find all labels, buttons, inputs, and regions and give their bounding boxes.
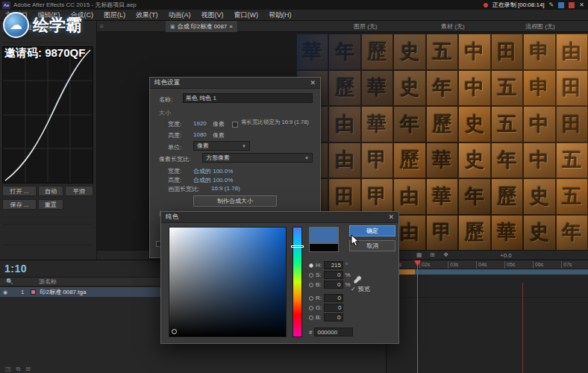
close-window-icon[interactable]: ✕ — [579, 1, 584, 9]
wood-block: 中 — [458, 34, 490, 70]
height-value[interactable]: 1080 — [193, 131, 207, 138]
dialog-close-icon[interactable]: ✕ — [310, 80, 316, 87]
blue-label: B: — [316, 314, 322, 321]
green-radio[interactable] — [309, 306, 313, 310]
width-unit: 像素 — [213, 120, 225, 128]
composition-marker-line — [522, 283, 523, 373]
comp-width-label: 宽度: — [168, 167, 181, 175]
tab-footage[interactable]: 素材 (无) — [437, 21, 469, 32]
menu-effect[interactable]: 效果(T) — [131, 10, 163, 20]
tab-composition-label: 合成 印2标准 0087 — [178, 22, 228, 31]
menubar: 文件(F) 编辑(E) 合成(C) 图层(L) 效果(T) 动画(A) 视图(V… — [0, 10, 588, 21]
mask-toggle-icon[interactable]: ⊞ — [430, 251, 435, 258]
panel-divider — [2, 224, 93, 225]
tab-close-icon[interactable]: × — [229, 23, 233, 30]
exposure-value[interactable]: +0.0 — [500, 252, 512, 259]
curves-graph[interactable] — [2, 46, 93, 184]
curves-open-button[interactable]: 打开 ... — [2, 186, 37, 196]
pencil-icon[interactable]: ✎ — [549, 1, 554, 9]
menu-view[interactable]: 视图(V) — [196, 10, 229, 20]
layer-name[interactable]: 印2标准 0087.tga — [40, 288, 87, 296]
graph-editor-icon[interactable]: ⧉ — [16, 366, 21, 373]
solid-settings-titlebar[interactable]: 纯色设置 ✕ — [150, 78, 320, 89]
tab-layer[interactable]: 图层 (无) — [349, 21, 382, 32]
stop-record-button[interactable] — [569, 2, 575, 8]
camera-icon[interactable] — [558, 2, 564, 8]
curves-smooth-button[interactable]: 平滑 — [65, 186, 93, 196]
hex-field-row: # — [309, 327, 353, 336]
saturation-value[interactable]: 0 — [324, 271, 343, 279]
wood-block: 中 — [523, 142, 555, 179]
menu-help[interactable]: 帮助(H) — [263, 10, 297, 20]
wood-block: 史 — [458, 142, 490, 179]
hue-label: H: — [316, 262, 322, 269]
hue-unit: ° — [345, 262, 348, 269]
picker-preview-toggle[interactable]: ✓ 预览 — [351, 285, 370, 293]
cancel-button[interactable]: 取消 — [349, 240, 395, 251]
grid-guides-icon[interactable]: ▦ — [416, 251, 422, 258]
hue-field-row: H: 215 ° — [309, 261, 348, 269]
saturation-brightness-field[interactable] — [169, 227, 287, 337]
hex-input[interactable] — [314, 327, 353, 336]
color-picker-title: 纯色 — [166, 213, 178, 222]
wood-block: 五 — [491, 106, 523, 142]
hue-value[interactable]: 215 — [324, 261, 343, 269]
ruler-mark: 07s — [561, 261, 572, 269]
comp-width-value: 合成的 100.0% — [193, 167, 233, 175]
menu-window[interactable]: 窗口(W) — [229, 10, 264, 20]
search-icon[interactable]: 🔍 — [6, 278, 13, 285]
wood-block: 華 — [426, 142, 458, 179]
playhead-line[interactable] — [417, 260, 418, 373]
saturation-radio[interactable] — [309, 273, 313, 278]
hue-slider[interactable] — [293, 227, 302, 337]
source-name-header[interactable]: 源名称 — [39, 278, 57, 286]
color-picker-titlebar[interactable]: 纯色 ✕ — [161, 212, 398, 223]
wood-block: 中 — [458, 70, 490, 107]
brightness-value[interactable]: 0 — [324, 280, 343, 289]
red-radio[interactable] — [309, 296, 313, 301]
wood-block: 史 — [393, 70, 425, 107]
curves-reset-button[interactable]: 重置 — [38, 199, 63, 210]
wood-block: 史 — [458, 106, 490, 142]
tab-footage-label: 素材 (无) — [441, 22, 465, 31]
titlebar-controls: 正在录制 [00:08:14] ✎ ✕ — [484, 1, 588, 9]
curves-save-button[interactable]: 保存 ... — [2, 199, 37, 210]
wood-block: 年 — [491, 142, 523, 179]
frame-aspect-label: 画面长宽比: — [168, 185, 199, 193]
chevron-down-icon: ▼ — [304, 156, 309, 160]
pixel-aspect-dropdown[interactable]: 方形像素 ▼ — [202, 153, 313, 163]
name-input[interactable] — [183, 93, 313, 103]
blue-value[interactable]: 0 — [324, 313, 343, 322]
hue-radio[interactable] — [309, 263, 313, 268]
toggle-switches-icon[interactable]: ⊞ — [25, 366, 31, 372]
expand-transform-icon[interactable]: ◳ — [5, 366, 11, 372]
dialog-close-icon[interactable]: ✕ — [388, 214, 394, 221]
wood-block: 中 — [523, 106, 555, 142]
view-layout-icon[interactable]: ❖ — [443, 251, 448, 258]
curves-auto-button[interactable]: 自动 — [38, 186, 63, 196]
menu-animation[interactable]: 动画(A) — [163, 10, 196, 20]
width-value[interactable]: 1920 — [193, 120, 207, 127]
lock-aspect-checkbox[interactable] — [232, 122, 238, 128]
wood-block: 華 — [491, 215, 523, 251]
brightness-radio[interactable] — [309, 283, 313, 287]
wood-block: 年 — [426, 70, 458, 107]
tab-flowchart[interactable]: 流程图 (无) — [521, 21, 560, 32]
units-dropdown[interactable]: 像素 ▼ — [193, 141, 250, 151]
chevron-down-icon: ▼ — [242, 144, 246, 148]
make-comp-size-button[interactable]: 制作合成大小 — [193, 195, 277, 207]
layer-label-chip[interactable] — [31, 289, 36, 295]
menu-layer[interactable]: 图层(L) — [98, 10, 131, 20]
ok-button[interactable]: 确定 — [349, 225, 395, 236]
green-value[interactable]: 0 — [324, 304, 343, 312]
tab-composition[interactable]: ▣ 合成 印2标准 0087 × — [166, 21, 237, 32]
hue-slider-marker[interactable] — [291, 245, 304, 248]
color-field-indicator[interactable] — [172, 329, 177, 334]
panel-menu-icon[interactable]: ≡ — [100, 23, 104, 30]
current-timecode[interactable]: 1:10 — [4, 263, 27, 275]
timeline-track-area[interactable]: 01s 02s 03s 04s 05s 06s 07s — [387, 260, 588, 373]
blue-radio[interactable] — [309, 316, 313, 320]
red-value[interactable]: 0 — [324, 294, 343, 302]
tab-layer-label: 图层 (无) — [354, 22, 378, 31]
visibility-eye-icon[interactable]: ◉ — [3, 289, 7, 295]
